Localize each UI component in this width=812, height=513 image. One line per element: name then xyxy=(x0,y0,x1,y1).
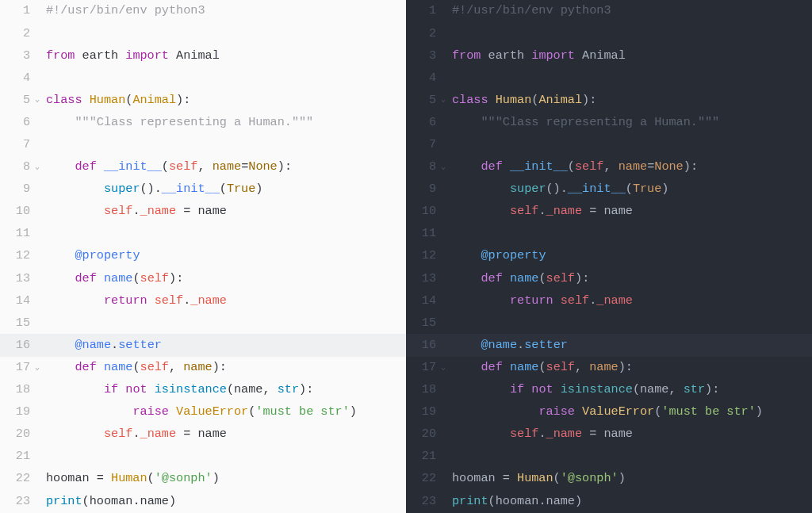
line-number[interactable]: 13 xyxy=(0,273,35,285)
line-number[interactable]: 3 xyxy=(0,50,35,62)
code-line[interactable]: 11 xyxy=(406,223,812,245)
code-line[interactable]: 6 """Class representing a Human.""" xyxy=(0,111,406,133)
code-line[interactable]: 1#!/usr/bin/env python3 xyxy=(0,0,406,22)
code-content[interactable]: @property xyxy=(452,250,812,262)
fold-toggle-icon[interactable]: ⌄ xyxy=(441,163,452,171)
code-line[interactable]: 22hooman = Human('@sonph') xyxy=(0,468,406,490)
line-number[interactable]: 7 xyxy=(0,139,35,151)
code-content[interactable]: @name.setter xyxy=(452,339,812,351)
code-line[interactable]: 16 @name.setter xyxy=(0,334,406,356)
code-line[interactable]: 19 raise ValueError('must be str') xyxy=(0,401,406,423)
code-content[interactable]: raise ValueError('must be str') xyxy=(46,406,406,418)
code-line[interactable]: 14 return self._name xyxy=(406,289,812,312)
code-line[interactable]: 20 self._name = name xyxy=(0,423,406,446)
code-content[interactable]: def name(self): xyxy=(46,273,406,285)
line-number[interactable]: 8 xyxy=(406,161,441,173)
line-number[interactable]: 6 xyxy=(0,117,35,128)
code-content[interactable]: """Class representing a Human.""" xyxy=(46,117,406,128)
line-number[interactable]: 16 xyxy=(0,339,35,351)
line-number[interactable]: 23 xyxy=(406,496,441,507)
code-line[interactable]: 23print(hooman.name) xyxy=(406,490,812,512)
code-line[interactable]: 17⌄ def name(self, name): xyxy=(0,357,406,379)
line-number[interactable]: 15 xyxy=(0,317,35,329)
code-content[interactable]: def __init__(self, name=None): xyxy=(46,161,406,173)
code-content[interactable]: #!/usr/bin/env python3 xyxy=(46,5,406,17)
code-content[interactable]: def name(self): xyxy=(452,273,812,285)
code-content[interactable]: @name.setter xyxy=(46,339,406,351)
code-content[interactable]: @property xyxy=(46,250,406,262)
code-content[interactable]: super().__init__(True) xyxy=(46,183,406,195)
code-content[interactable]: def __init__(self, name=None): xyxy=(452,161,812,173)
code-content[interactable]: super().__init__(True) xyxy=(452,183,812,195)
line-number[interactable]: 23 xyxy=(0,496,35,507)
code-line[interactable]: 2 xyxy=(406,22,812,44)
code-line[interactable]: 1#!/usr/bin/env python3 xyxy=(406,0,812,22)
code-line[interactable]: 2 xyxy=(0,22,406,44)
code-line[interactable]: 4 xyxy=(406,67,812,89)
fold-toggle-icon[interactable]: ⌄ xyxy=(35,96,46,104)
code-line[interactable]: 19 raise ValueError('must be str') xyxy=(406,401,812,423)
code-content[interactable]: self._name = name xyxy=(452,205,812,217)
code-line[interactable]: 6 """Class representing a Human.""" xyxy=(406,111,812,133)
code-line[interactable]: 3from earth import Animal xyxy=(406,44,812,67)
code-line[interactable]: 5⌄class Human(Animal): xyxy=(0,89,406,111)
line-number[interactable]: 17 xyxy=(0,362,35,373)
line-number[interactable]: 6 xyxy=(406,117,441,128)
line-number[interactable]: 1 xyxy=(406,5,441,17)
line-number[interactable]: 14 xyxy=(0,295,35,307)
line-number[interactable]: 1 xyxy=(0,5,35,17)
line-number[interactable]: 9 xyxy=(406,183,441,195)
line-number[interactable]: 5 xyxy=(0,94,35,106)
code-line[interactable]: 14 return self._name xyxy=(0,289,406,312)
code-content[interactable]: #!/usr/bin/env python3 xyxy=(452,5,812,17)
code-line[interactable]: 18 if not isinstance(name, str): xyxy=(0,379,406,401)
code-content[interactable]: from earth import Animal xyxy=(452,50,812,62)
code-line[interactable]: 21 xyxy=(406,446,812,468)
code-content[interactable]: self._name = name xyxy=(46,428,406,440)
line-number[interactable]: 21 xyxy=(0,450,35,462)
line-number[interactable]: 20 xyxy=(406,428,441,440)
code-line[interactable]: 7 xyxy=(0,134,406,156)
line-number[interactable]: 17 xyxy=(406,362,441,373)
line-number[interactable]: 16 xyxy=(406,339,441,351)
line-number[interactable]: 2 xyxy=(0,28,35,40)
code-content[interactable]: def name(self, name): xyxy=(452,362,812,373)
code-content[interactable]: print(hooman.name) xyxy=(452,496,812,507)
line-number[interactable]: 4 xyxy=(406,72,441,84)
code-line[interactable]: 5⌄class Human(Animal): xyxy=(406,89,812,111)
code-content[interactable]: def name(self, name): xyxy=(46,362,406,373)
editor-pane-dark[interactable]: 1#!/usr/bin/env python323from earth impo… xyxy=(406,0,812,513)
line-number[interactable]: 10 xyxy=(0,205,35,217)
line-number[interactable]: 12 xyxy=(0,250,35,262)
line-number[interactable]: 22 xyxy=(0,473,35,484)
code-content[interactable]: from earth import Animal xyxy=(46,50,406,62)
code-line[interactable]: 9 super().__init__(True) xyxy=(0,178,406,201)
code-line[interactable]: 16 @name.setter xyxy=(406,334,812,356)
code-line[interactable]: 12 @property xyxy=(0,245,406,267)
editor-pane-light[interactable]: 1#!/usr/bin/env python323from earth impo… xyxy=(0,0,406,513)
line-number[interactable]: 21 xyxy=(406,450,441,462)
line-number[interactable]: 20 xyxy=(0,428,35,440)
line-number[interactable]: 7 xyxy=(406,139,441,151)
code-line[interactable]: 17⌄ def name(self, name): xyxy=(406,357,812,379)
line-number[interactable]: 15 xyxy=(406,317,441,329)
line-number[interactable]: 14 xyxy=(406,295,441,307)
fold-toggle-icon[interactable]: ⌄ xyxy=(35,163,46,171)
code-content[interactable]: class Human(Animal): xyxy=(46,94,406,106)
code-line[interactable]: 7 xyxy=(406,134,812,156)
code-line[interactable]: 9 super().__init__(True) xyxy=(406,178,812,201)
line-number[interactable]: 19 xyxy=(0,406,35,418)
code-line[interactable]: 8⌄ def __init__(self, name=None): xyxy=(0,156,406,178)
line-number[interactable]: 2 xyxy=(406,28,441,40)
code-content[interactable]: """Class representing a Human.""" xyxy=(452,117,812,128)
fold-toggle-icon[interactable]: ⌄ xyxy=(441,96,452,104)
code-line[interactable]: 10 self._name = name xyxy=(0,201,406,223)
line-number[interactable]: 11 xyxy=(406,228,441,239)
code-line[interactable]: 4 xyxy=(0,67,406,89)
code-content[interactable]: hooman = Human('@sonph') xyxy=(46,473,406,484)
code-content[interactable]: print(hooman.name) xyxy=(46,496,406,507)
line-number[interactable]: 12 xyxy=(406,250,441,262)
code-line[interactable]: 20 self._name = name xyxy=(406,423,812,446)
line-number[interactable]: 5 xyxy=(406,94,441,106)
code-line[interactable]: 13 def name(self): xyxy=(0,267,406,289)
